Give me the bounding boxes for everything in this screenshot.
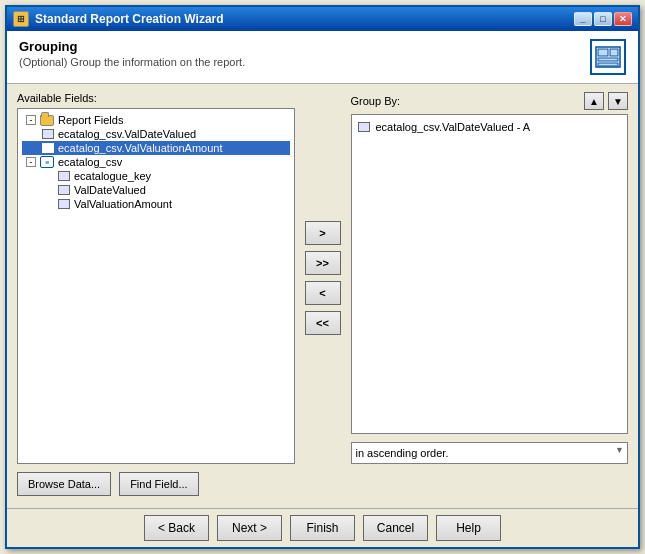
folder-icon [40,115,54,126]
main-window: ⊞ Standard Report Creation Wizard _ □ ✕ … [5,5,640,549]
close-button[interactable]: ✕ [614,12,632,26]
expand-ecatalog[interactable]: - [26,157,36,167]
titlebar: ⊞ Standard Report Creation Wizard _ □ ✕ [7,7,638,31]
field-icon-valamt [58,199,70,209]
field-icon [42,129,54,139]
bottom-buttons-row: Browse Data... Find Field... [17,468,628,500]
header-section: Grouping (Optional) Group the informatio… [7,31,638,84]
help-button[interactable]: Help [436,515,501,541]
svg-rect-4 [598,63,618,66]
group-by-label: Group By: [351,95,401,107]
move-right-button[interactable]: > [305,221,341,245]
window-title: Standard Report Creation Wizard [35,12,224,26]
svg-rect-1 [598,49,608,56]
tree-label-ecatalog: ecatalog_csv [58,156,122,168]
app-icon: ⊞ [13,11,29,27]
tree-item-ec-valdate[interactable]: ValDateValued [22,183,290,197]
tree-item-ecatalog-csv[interactable]: - ≡ ecatalog_csv [22,155,290,169]
header-title: Grouping [19,39,245,54]
order-select[interactable]: in ascending order. in descending order. [351,442,629,464]
sort-down-button[interactable]: ▼ [608,92,628,110]
tree-item-rf-valamt[interactable]: ecatalog_csv.ValValuationAmount [22,141,290,155]
maximize-button[interactable]: □ [594,12,612,26]
tree-label-rf-valdate: ecatalog_csv.ValDateValued [58,128,196,140]
available-fields-label: Available Fields: [17,92,295,104]
tree-item-rf-valdate[interactable]: ecatalog_csv.ValDateValued [22,127,290,141]
sort-up-button[interactable]: ▲ [584,92,604,110]
finish-button[interactable]: Finish [290,515,355,541]
field-icon-key [58,171,70,181]
tree-item-report-fields[interactable]: - Report Fields [22,113,290,127]
left-panel: Available Fields: - Report Fields ecatal… [17,92,295,464]
svg-rect-2 [610,49,618,56]
panels-row: Available Fields: - Report Fields ecatal… [17,92,628,464]
minimize-button[interactable]: _ [574,12,592,26]
expand-report-fields[interactable]: - [26,115,36,125]
footer: < Back Next > Finish Cancel Help [7,508,638,547]
order-dropdown: in ascending order. in descending order. [351,442,629,464]
field-icon-selected [42,143,54,153]
tree-item-ec-valamt[interactable]: ValValuationAmount [22,197,290,211]
group-item-valdate[interactable]: ecatalog_csv.ValDateValued - A [356,119,624,135]
middle-buttons: > >> < << [301,92,345,464]
tree-label-ec-valdate: ValDateValued [74,184,146,196]
next-button[interactable]: Next > [217,515,282,541]
tree-label-report-fields: Report Fields [58,114,123,126]
right-panel: Group By: ▲ ▼ ecatalog_csv.ValDateValued… [351,92,629,464]
move-left-button[interactable]: < [305,281,341,305]
available-fields-tree[interactable]: - Report Fields ecatalog_csv.ValDateValu… [17,108,295,464]
move-left-all-button[interactable]: << [305,311,341,335]
content-area: Available Fields: - Report Fields ecatal… [7,84,638,508]
header-subtitle: (Optional) Group the information on the … [19,56,245,68]
group-by-list[interactable]: ecatalog_csv.ValDateValued - A [351,114,629,434]
back-button[interactable]: < Back [144,515,209,541]
header-icon [590,39,626,75]
window-controls: _ □ ✕ [574,12,632,26]
cancel-button[interactable]: Cancel [363,515,428,541]
tree-label-ec-key: ecatalogue_key [74,170,151,182]
field-icon-valdate [58,185,70,195]
move-right-all-button[interactable]: >> [305,251,341,275]
tree-label-rf-valamt: ecatalog_csv.ValValuationAmount [58,142,223,154]
sort-arrows: ▲ ▼ [584,92,628,110]
db-icon: ≡ [40,156,54,168]
browse-data-button[interactable]: Browse Data... [17,472,111,496]
svg-rect-3 [598,58,618,61]
find-field-button[interactable]: Find Field... [119,472,198,496]
tree-label-ec-valamt: ValValuationAmount [74,198,172,210]
tree-item-ec-key[interactable]: ecatalogue_key [22,169,290,183]
group-item-label: ecatalog_csv.ValDateValued - A [376,121,531,133]
group-field-icon [358,122,370,132]
